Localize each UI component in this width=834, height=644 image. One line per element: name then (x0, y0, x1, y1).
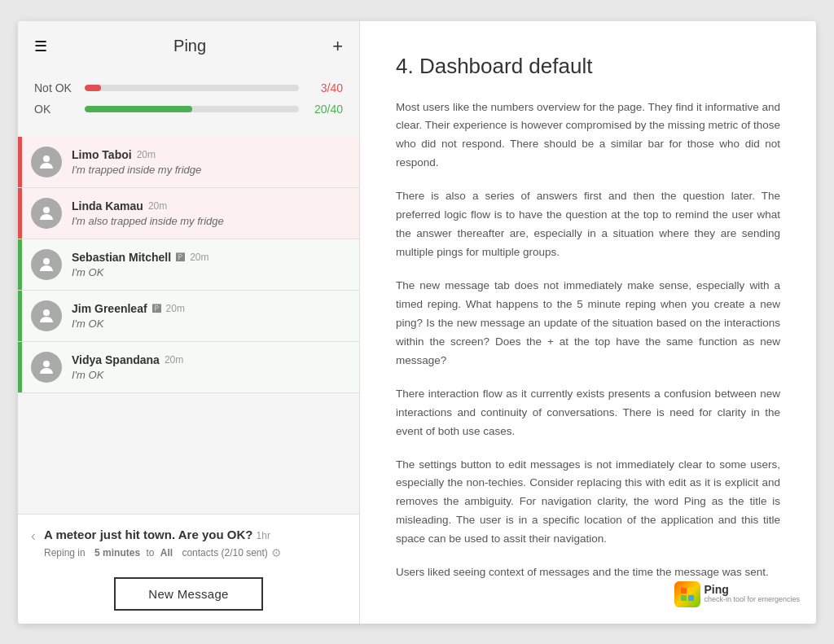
paragraph-1: Most users like the numbers overview for… (396, 99, 780, 173)
list-item[interactable]: Vidya Spandana 20m I'm OK (18, 342, 359, 393)
paragraph-4: There interaction flow as it currently e… (396, 385, 780, 441)
pinned-icon: 🅿 (176, 252, 185, 262)
paragraph-5: The settings button to edit messages is … (396, 456, 780, 550)
message-info: Limo Taboi 20m I'm trapped inside my fri… (72, 148, 346, 176)
not-ok-label: Not OK (34, 81, 75, 94)
name-row: Jim Greenleaf 🅿 20m (72, 302, 346, 315)
name-row: Sebastian Mitchell 🅿 20m (72, 251, 346, 264)
stats-section: Not OK 3/40 OK 20/40 (18, 72, 359, 137)
ping-logo-icon (674, 581, 700, 607)
ok-stat-row: OK 20/40 (34, 103, 343, 116)
message-text: I'm OK (72, 266, 346, 278)
svg-point-0 (43, 156, 50, 162)
name-row: Limo Taboi 20m (72, 148, 346, 161)
status-bar-green (18, 342, 22, 392)
question-title-text: A meteor just hit town. Are you OK? (44, 528, 252, 541)
contact-name: Vidya Spandana (72, 353, 160, 366)
menu-icon[interactable]: ☰ (34, 39, 47, 54)
ok-bar-fill (85, 106, 192, 112)
avatar (31, 147, 62, 177)
svg-point-1 (43, 207, 50, 213)
right-panel: 4. Dashboard default Most users like the… (360, 21, 816, 624)
message-text: I'm OK (72, 318, 346, 330)
reping-info: Reping in 5 minutes to All contacts (2/1… (44, 546, 346, 559)
message-time: 20m (148, 200, 167, 212)
svg-rect-6 (688, 588, 694, 594)
avatar (31, 198, 62, 229)
contact-name: Sebastian Mitchell (72, 251, 171, 264)
ping-logo-sub: check-in tool for emergencies (704, 595, 800, 604)
status-bar-red (18, 188, 22, 239)
name-row: Vidya Spandana 20m (72, 353, 346, 366)
ok-label: OK (34, 103, 75, 116)
paragraph-6: Users liked seeing context of messages a… (396, 563, 780, 582)
svg-point-3 (43, 309, 50, 316)
name-row: Linda Kamau 20m (72, 199, 346, 212)
avatar (31, 300, 62, 331)
reping-contacts: contacts (2/10 sent) (182, 547, 267, 559)
contact-name: Limo Taboi (72, 148, 132, 161)
ok-bar-container (85, 106, 299, 112)
message-time: 20m (166, 303, 185, 314)
ping-logo-name: Ping (704, 584, 800, 595)
message-text: I'm also trapped inside my fridge (72, 215, 346, 227)
message-text: I'm OK (72, 369, 346, 381)
status-bar-red (18, 137, 22, 187)
not-ok-value: 3/40 (309, 81, 343, 94)
svg-rect-5 (681, 588, 687, 594)
app-header: ☰ Ping + (18, 21, 359, 72)
list-item[interactable]: Linda Kamau 20m I'm also trapped inside … (18, 188, 359, 239)
bottom-section: ‹ A meteor just hit town. Are you OK? 1h… (18, 514, 359, 624)
settings-gear-icon[interactable]: ⚙ (271, 546, 282, 559)
ok-value: 20/40 (309, 103, 343, 116)
message-info: Vidya Spandana 20m I'm OK (72, 353, 346, 381)
message-info: Jim Greenleaf 🅿 20m I'm OK (72, 302, 346, 330)
message-time: 20m (190, 252, 208, 263)
svg-rect-7 (681, 595, 687, 601)
contact-name: Jim Greenleaf (72, 302, 147, 315)
avatar (31, 352, 62, 383)
message-info: Sebastian Mitchell 🅿 20m I'm OK (72, 251, 346, 278)
article-title: 4. Dashboard default (396, 54, 780, 79)
list-item[interactable]: Jim Greenleaf 🅿 20m I'm OK (18, 291, 359, 342)
article-body: Most users like the numbers overview for… (396, 99, 780, 583)
add-icon[interactable]: + (332, 36, 343, 57)
message-text: I'm trapped inside my fridge (72, 164, 346, 176)
svg-point-4 (43, 361, 50, 367)
avatar (31, 249, 62, 280)
left-panel: ☰ Ping + Not OK 3/40 OK 20/40 (18, 21, 360, 624)
question-content: A meteor just hit town. Are you OK? 1hr … (44, 526, 346, 559)
contact-name: Linda Kamau (72, 199, 143, 212)
message-info: Linda Kamau 20m I'm also trapped inside … (72, 199, 346, 227)
question-time: 1hr (257, 530, 270, 541)
status-bar-green (18, 291, 22, 341)
svg-rect-8 (688, 595, 694, 601)
message-time: 20m (165, 354, 183, 366)
new-message-button[interactable]: New Message (114, 577, 262, 611)
new-message-area: New Message (18, 567, 359, 624)
svg-point-2 (43, 258, 50, 265)
paragraph-2: There is also a series of answers first … (396, 187, 780, 262)
not-ok-bar-container (85, 85, 299, 91)
not-ok-stat-row: Not OK 3/40 (34, 81, 343, 94)
paragraph-3: The new message tab does not immediately… (396, 277, 780, 370)
message-list: Limo Taboi 20m I'm trapped inside my fri… (18, 137, 359, 514)
app-title: Ping (173, 37, 206, 55)
ping-logo-text: Ping check-in tool for emergencies (704, 584, 800, 604)
reping-to: All (160, 547, 173, 559)
status-bar-green (18, 239, 22, 290)
not-ok-bar-fill (85, 85, 101, 91)
chevron-left-icon[interactable]: ‹ (31, 528, 36, 545)
question-title: A meteor just hit town. Are you OK? 1hr (44, 526, 346, 543)
ping-question: ‹ A meteor just hit town. Are you OK? 1h… (18, 515, 359, 567)
reping-label: Reping in (44, 547, 86, 559)
list-item[interactable]: Limo Taboi 20m I'm trapped inside my fri… (18, 137, 359, 188)
list-item[interactable]: Sebastian Mitchell 🅿 20m I'm OK (18, 239, 359, 291)
ping-logo-badge: Ping check-in tool for emergencies (674, 581, 800, 607)
message-time: 20m (137, 149, 156, 160)
reping-time: 5 minutes (94, 547, 140, 559)
pinned-icon: 🅿 (152, 304, 161, 313)
